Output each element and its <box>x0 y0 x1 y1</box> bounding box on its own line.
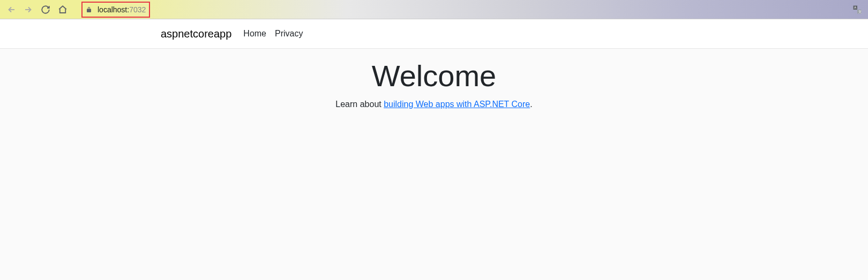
page-navbar: aspnetcoreapp Home Privacy <box>0 19 868 49</box>
nav-link-home[interactable]: Home <box>243 29 266 39</box>
translate-button[interactable]: A 文 <box>852 4 863 15</box>
navbar-brand[interactable]: aspnetcoreapp <box>161 28 231 40</box>
learn-link[interactable]: building Web apps with ASP.NET Core <box>384 100 530 109</box>
arrow-right-icon <box>24 5 33 14</box>
nav-link-privacy[interactable]: Privacy <box>275 29 303 39</box>
arrow-left-icon <box>6 5 16 14</box>
home-button[interactable] <box>58 5 68 14</box>
nav-icons-group <box>4 5 70 14</box>
svg-text:A: A <box>854 6 856 9</box>
learn-text: Learn about building Web apps with ASP.N… <box>0 100 868 109</box>
svg-text:文: 文 <box>858 9 862 13</box>
url-port: 7032 <box>129 5 146 14</box>
forward-button[interactable] <box>24 5 33 14</box>
url-host: localhost: <box>98 5 129 14</box>
url-highlight-box: localhost:7032 <box>81 2 150 18</box>
browser-toolbar: localhost:7032 A 文 <box>0 0 868 19</box>
lock-icon <box>86 6 93 13</box>
learn-prefix: Learn about <box>335 100 384 109</box>
back-button[interactable] <box>6 5 16 14</box>
toolbar-right: A 文 <box>852 4 863 15</box>
page-content: Welcome Learn about building Web apps wi… <box>0 49 868 280</box>
url-text: localhost:7032 <box>98 5 146 14</box>
translate-icon: A 文 <box>852 4 863 15</box>
welcome-heading: Welcome <box>0 58 868 93</box>
home-icon <box>58 5 68 14</box>
learn-suffix: . <box>530 100 532 109</box>
reload-icon <box>41 5 50 14</box>
address-bar[interactable]: localhost:7032 <box>78 2 153 17</box>
reload-button[interactable] <box>41 5 50 14</box>
